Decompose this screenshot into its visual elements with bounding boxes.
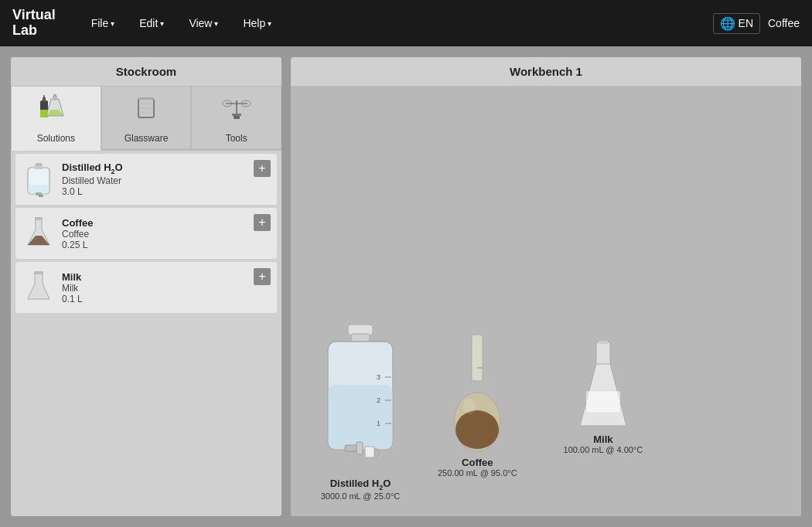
stock-amount: 0.1 L bbox=[62, 294, 269, 304]
add-coffee-button[interactable]: + bbox=[254, 214, 271, 231]
language-label: EN bbox=[739, 17, 753, 29]
svg-rect-6 bbox=[53, 94, 56, 97]
globe-icon: 🌐 bbox=[720, 16, 735, 31]
svg-rect-46 bbox=[586, 391, 620, 413]
coffee-flask-svg bbox=[446, 333, 508, 457]
tab-solutions[interactable]: Solutions bbox=[11, 86, 101, 151]
tab-glassware-label: Glassware bbox=[125, 133, 169, 144]
tab-solutions-label: Solutions bbox=[37, 133, 75, 144]
stock-amount: 0.25 L bbox=[62, 240, 269, 250]
list-item[interactable]: Distilled H2O Distilled Water 3.0 L + bbox=[15, 154, 277, 205]
main-area: Stockroom bbox=[0, 46, 812, 527]
list-item[interactable]: Coffee Coffee 0.25 L + bbox=[15, 208, 277, 259]
stock-name: Coffee bbox=[62, 217, 269, 229]
workbench-area: 3 2 1 Distilled H2O 3000.0 mL @ 25.0°C bbox=[291, 87, 801, 516]
vessel-detail: 100.00 mL @ 4.00°C bbox=[564, 445, 643, 454]
svg-rect-39 bbox=[472, 335, 483, 381]
stock-amount: 3.0 L bbox=[62, 186, 269, 197]
svg-rect-2 bbox=[43, 95, 45, 98]
tab-tools-label: Tools bbox=[226, 133, 247, 144]
svg-rect-38 bbox=[357, 442, 363, 454]
menu-help[interactable]: Help ▾ bbox=[238, 14, 276, 32]
stock-name: Milk bbox=[62, 271, 269, 283]
stockroom-tabs: Solutions Glassware bbox=[11, 86, 281, 151]
coffee-info: Coffee Coffee 0.25 L bbox=[62, 217, 269, 250]
chevron-down-icon: ▾ bbox=[111, 19, 114, 28]
add-milk-button[interactable]: + bbox=[254, 268, 271, 285]
stockroom-panel: Stockroom bbox=[11, 57, 281, 516]
solutions-icon bbox=[37, 93, 74, 130]
stock-name: Distilled H2O bbox=[62, 162, 269, 175]
tools-icon bbox=[218, 93, 255, 130]
vessel-label: Coffee bbox=[462, 457, 493, 468]
menu-edit[interactable]: Edit ▾ bbox=[135, 14, 169, 32]
stock-subname: Milk bbox=[62, 283, 269, 294]
user-label: Coffee bbox=[768, 17, 800, 29]
chevron-down-icon: ▾ bbox=[214, 19, 218, 28]
tab-tools[interactable]: Tools bbox=[191, 86, 281, 149]
workbench-title: Workbench 1 bbox=[291, 57, 801, 87]
svg-rect-30 bbox=[328, 385, 393, 450]
svg-text:3: 3 bbox=[377, 373, 380, 381]
svg-rect-13 bbox=[234, 116, 240, 119]
distilled-water-icon bbox=[23, 160, 54, 199]
svg-point-43 bbox=[463, 399, 476, 414]
vessel-label: Milk bbox=[593, 434, 612, 445]
stockroom-list: Distilled H2O Distilled Water 3.0 L + bbox=[11, 151, 281, 516]
svg-point-42 bbox=[455, 410, 499, 449]
stockroom-title: Stockroom bbox=[11, 57, 281, 86]
milk-info: Milk Milk 0.1 L bbox=[62, 271, 269, 304]
list-item[interactable]: Milk Milk 0.1 L + bbox=[15, 262, 277, 313]
menu-file[interactable]: File ▾ bbox=[87, 14, 120, 32]
vessel-milk[interactable]: Milk 100.00 mL @ 4.00°C bbox=[564, 341, 643, 454]
vessel-detail: 3000.0 mL @ 25.0°C bbox=[321, 491, 401, 501]
svg-text:1: 1 bbox=[377, 420, 380, 427]
glassware-icon bbox=[128, 93, 165, 130]
svg-rect-14 bbox=[232, 114, 241, 116]
header-right: 🌐 EN Coffee bbox=[713, 13, 800, 34]
chevron-down-icon: ▾ bbox=[268, 19, 271, 28]
svg-rect-45 bbox=[599, 341, 608, 344]
header: Virtual Lab File ▾ Edit ▾ View ▾ Help ▾ … bbox=[0, 0, 812, 46]
carboy-svg: 3 2 1 bbox=[314, 323, 407, 478]
svg-text:2: 2 bbox=[377, 396, 380, 404]
svg-rect-44 bbox=[596, 342, 610, 366]
coffee-flask-icon bbox=[23, 214, 54, 253]
workbench-panel: Workbench 1 3 2 bbox=[291, 57, 801, 516]
svg-rect-24 bbox=[39, 195, 43, 197]
menu-view[interactable]: View ▾ bbox=[184, 14, 223, 32]
vessel-coffee[interactable]: Coffee 250.00 mL @ 95.0°C bbox=[438, 333, 517, 478]
add-distilled-water-button[interactable]: + bbox=[254, 160, 271, 177]
milk-flask-icon bbox=[23, 268, 54, 307]
svg-rect-26 bbox=[34, 271, 43, 274]
stock-subname: Coffee bbox=[62, 229, 269, 240]
stock-subname: Distilled Water bbox=[62, 175, 269, 186]
milk-flask-svg bbox=[572, 341, 634, 434]
logo: Virtual Lab bbox=[12, 8, 56, 39]
svg-rect-12 bbox=[138, 97, 154, 100]
tab-glassware[interactable]: Glassware bbox=[101, 86, 192, 149]
svg-rect-28 bbox=[351, 334, 370, 342]
vessel-distilled-water[interactable]: 3 2 1 Distilled H2O 3000.0 mL @ 25.0°C bbox=[314, 323, 407, 501]
distilled-water-info: Distilled H2O Distilled Water 3.0 L bbox=[62, 162, 269, 197]
svg-rect-21 bbox=[36, 163, 42, 166]
vessel-label: Distilled H2O bbox=[330, 478, 391, 491]
language-button[interactable]: 🌐 EN bbox=[713, 13, 760, 34]
vessel-detail: 250.00 mL @ 95.0°C bbox=[438, 468, 517, 478]
chevron-down-icon: ▾ bbox=[160, 19, 164, 28]
svg-rect-25 bbox=[35, 217, 43, 220]
